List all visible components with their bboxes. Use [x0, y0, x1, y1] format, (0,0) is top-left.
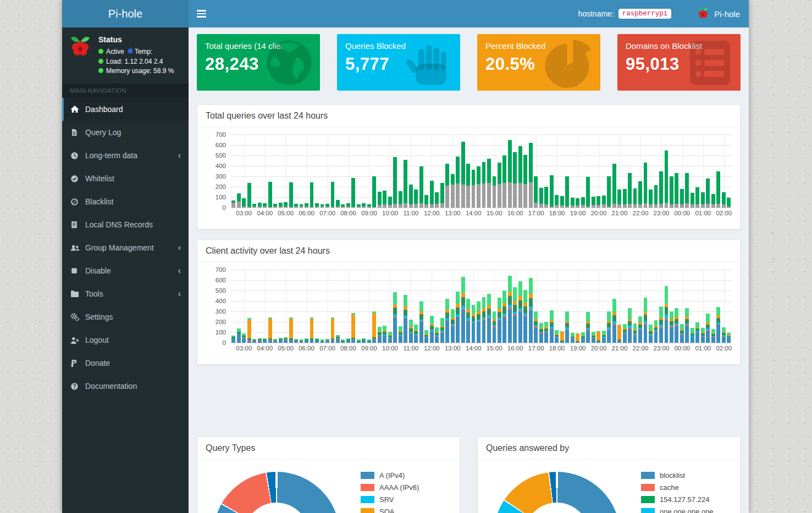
bar-segment: [617, 341, 621, 343]
sidebar-item-donate[interactable]: Donate: [62, 352, 189, 375]
bar-segment: [268, 319, 272, 338]
bar-segment: [477, 166, 480, 184]
bar-segment: [456, 183, 460, 208]
bar-segment: [399, 326, 402, 331]
bar: [523, 135, 528, 208]
bar-segment: [649, 204, 653, 208]
address-book-icon: [70, 220, 80, 229]
sidebar-item-settings[interactable]: Settings: [62, 305, 189, 328]
bar: [257, 135, 262, 208]
bar-segment: [592, 205, 595, 208]
bar-segment: [680, 335, 684, 343]
legend-item[interactable]: A (IPv4): [361, 471, 419, 479]
bar-segment: [451, 326, 455, 343]
client-activity-chart[interactable]: 010020030040050060070003:0004:0005:0006:…: [206, 270, 732, 356]
legend-item[interactable]: SRV: [361, 495, 419, 504]
bar: [669, 135, 674, 208]
total-queries-chart[interactable]: 010020030040050060070003:0004:0005:0006:…: [206, 135, 732, 221]
sidebar-item-logout[interactable]: Logout: [62, 328, 189, 352]
header: Pi-hole hostname: raspberrypi Pi-hole: [62, 0, 749, 27]
sidebar-item-dashboard[interactable]: Dashboard: [62, 98, 189, 121]
queries-answered-donut-chart[interactable]: blocklistcache154.127.57.224one.one.one.…: [486, 467, 732, 513]
x-tick-label: 17:00: [528, 210, 544, 216]
legend-item[interactable]: blocklist: [641, 471, 714, 479]
y-tick-label: 200: [216, 183, 226, 190]
bar-segment: [685, 319, 689, 324]
plot-area[interactable]: [231, 270, 732, 343]
sidebar-item-documentation[interactable]: Documentation: [62, 375, 189, 398]
bar: [319, 135, 324, 208]
sidebar-item-local-dns-records[interactable]: Local DNS Records: [62, 213, 189, 236]
home-icon: [70, 105, 80, 114]
bar: [356, 270, 361, 343]
bar: [299, 270, 303, 343]
bar-segment: [612, 325, 616, 343]
bar: [241, 270, 246, 343]
bar-segment: [513, 301, 517, 305]
bar-segment: [393, 292, 397, 304]
bar-segment: [331, 319, 335, 338]
bar-segment: [508, 182, 512, 208]
bar-segment: [482, 320, 486, 343]
bar: [726, 270, 731, 343]
sidebar-toggle-button[interactable]: [189, 0, 214, 27]
donut-chart[interactable]: [213, 472, 340, 513]
legend-item[interactable]: cache: [641, 483, 714, 492]
bar-segment: [581, 205, 585, 208]
bar-segment: [628, 173, 632, 204]
x-tick-label: 03:00: [236, 210, 252, 216]
bar: [544, 135, 549, 208]
bar: [622, 270, 627, 343]
bar: [497, 135, 502, 208]
legend-item[interactable]: 154.127.57.224: [641, 495, 714, 504]
bar: [231, 270, 236, 343]
bar: [711, 135, 716, 208]
sidebar-item-blacklist[interactable]: Blacklist: [62, 190, 189, 213]
bar-segment: [383, 191, 386, 205]
bar: [491, 270, 496, 343]
bar-segment: [258, 203, 262, 207]
bar-segment: [596, 342, 600, 343]
legend-label: one.one.one.one: [660, 508, 714, 513]
bar: [304, 270, 309, 343]
bar-segment: [695, 187, 699, 204]
legend-item[interactable]: one.one.one.one: [641, 508, 714, 513]
bar-segment: [560, 332, 564, 341]
bar-segment: [644, 325, 648, 343]
bar-segment: [414, 325, 418, 330]
bar: [632, 270, 637, 343]
bar-segment: [378, 205, 382, 208]
account-menu[interactable]: Pi-hole: [688, 0, 749, 27]
x-tick-label: 10:00: [382, 345, 398, 352]
plot-area[interactable]: [231, 135, 732, 208]
bar: [622, 135, 627, 208]
sidebar-item-query-log[interactable]: Query Log: [62, 121, 189, 144]
brand-title[interactable]: Pi-hole: [62, 0, 189, 27]
temp-label: Temp:: [135, 48, 153, 55]
globe-icon: [262, 37, 317, 89]
sidebar-item-whitelist[interactable]: Whitelist: [62, 167, 189, 190]
donut-chart[interactable]: [494, 472, 620, 513]
bar: [554, 135, 559, 208]
bar-segment: [675, 326, 678, 343]
x-tick-label: 18:00: [549, 345, 565, 352]
sidebar-item-group-management[interactable]: Group Management‹: [62, 236, 189, 259]
bar-segment: [284, 202, 288, 207]
sidebar-item-label: Disable: [85, 266, 111, 275]
gridline: [231, 208, 732, 208]
legend-item[interactable]: AAAA (IPv6): [361, 483, 419, 492]
bar-segment: [399, 204, 402, 208]
bar-segment: [399, 191, 402, 205]
sidebar-item-label: Logout: [85, 336, 109, 344]
bar-segment: [289, 182, 293, 207]
bar-segment: [502, 306, 506, 313]
sidebar-item-long-term-data[interactable]: Long-term data‹: [62, 144, 189, 167]
bar-segment: [722, 192, 726, 205]
bar: [726, 135, 731, 208]
sidebar-item-tools[interactable]: Tools‹: [62, 282, 189, 305]
query-types-donut-chart[interactable]: A (IPv4)AAAA (IPv6)SRVSOAPTR: [206, 467, 451, 513]
bar: [377, 135, 382, 208]
sidebar-item-disable[interactable]: Disable‹: [62, 259, 189, 282]
x-tick-label: 16:00: [507, 210, 523, 216]
legend-item[interactable]: SOA: [361, 508, 419, 513]
